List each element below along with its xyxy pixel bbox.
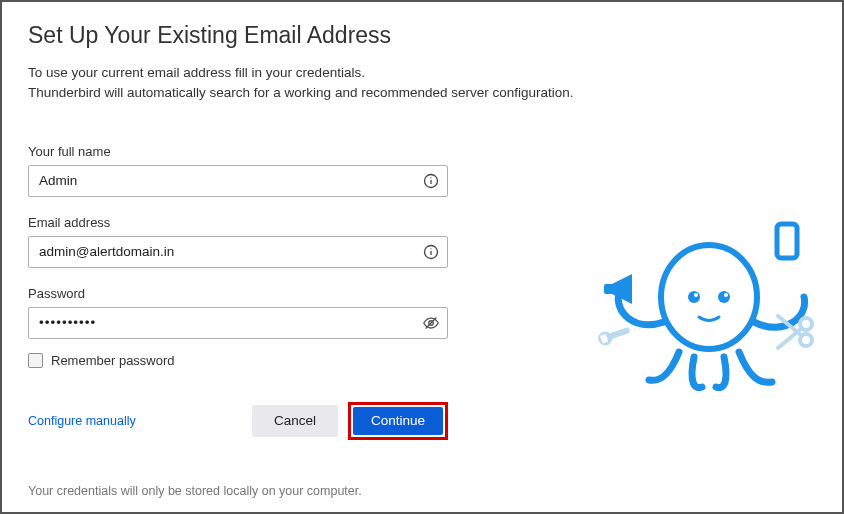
password-input[interactable] — [28, 307, 448, 339]
name-input[interactable] — [28, 165, 448, 197]
svg-point-11 — [694, 293, 698, 297]
phone-icon — [777, 224, 797, 258]
remember-label: Remember password — [51, 353, 175, 368]
continue-highlight: Continue — [348, 402, 448, 440]
name-field-row — [28, 165, 448, 197]
subtext-line-1: To use your current email address fill i… — [28, 63, 816, 83]
password-field-row — [28, 307, 448, 339]
svg-point-5 — [430, 248, 431, 249]
footer-note: Your credentials will only be stored loc… — [28, 484, 362, 498]
info-icon[interactable] — [422, 243, 440, 261]
email-label: Email address — [28, 215, 448, 230]
name-label: Your full name — [28, 144, 448, 159]
account-setup-window: Set Up Your Existing Email Address To us… — [0, 0, 844, 514]
svg-point-2 — [430, 177, 431, 178]
continue-button[interactable]: Continue — [353, 407, 443, 435]
svg-point-12 — [724, 293, 728, 297]
svg-point-9 — [688, 291, 700, 303]
info-icon[interactable] — [422, 172, 440, 190]
email-field-row — [28, 236, 448, 268]
email-input[interactable] — [28, 236, 448, 268]
cancel-button[interactable]: Cancel — [252, 405, 338, 437]
page-title: Set Up Your Existing Email Address — [28, 22, 816, 49]
remember-row: Remember password — [28, 353, 448, 368]
svg-rect-13 — [604, 284, 614, 294]
setup-form: Your full name Email address — [28, 144, 448, 440]
action-row: Configure manually Cancel Continue — [28, 402, 448, 440]
configure-manually-link[interactable]: Configure manually — [28, 414, 136, 428]
page-subtext: To use your current email address fill i… — [28, 63, 816, 104]
octopus-illustration — [594, 202, 824, 402]
svg-point-8 — [661, 245, 757, 349]
subtext-line-2: Thunderbird will automatically search fo… — [28, 83, 816, 103]
eye-off-icon[interactable] — [422, 314, 440, 332]
wrench-icon — [596, 323, 632, 347]
password-label: Password — [28, 286, 448, 301]
svg-rect-17 — [777, 224, 797, 258]
remember-checkbox[interactable] — [28, 353, 43, 368]
svg-point-10 — [718, 291, 730, 303]
